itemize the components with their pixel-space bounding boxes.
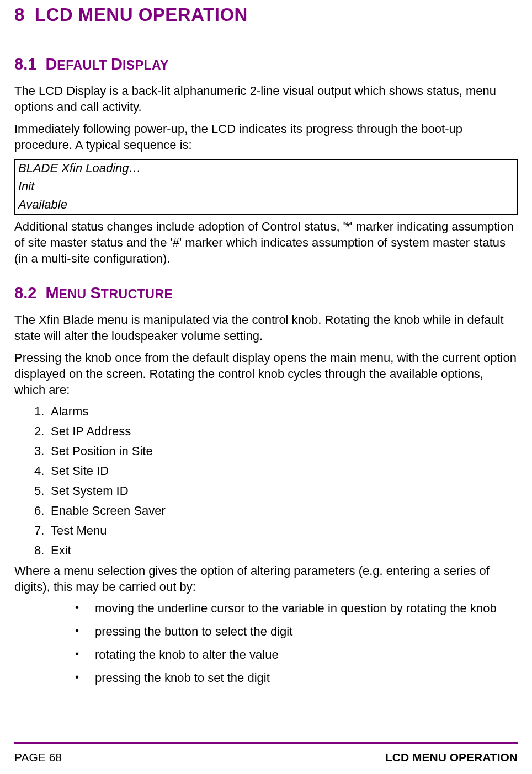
footer-title: LCD MENU OPERATION [385, 751, 518, 764]
section-title-rest1: EFAULT [57, 58, 111, 72]
table-cell: Available [15, 196, 518, 215]
list-item-text: Set System ID [51, 484, 129, 498]
list-item: pressing the button to select the digit [75, 624, 518, 639]
section-title-lead1: M [45, 284, 58, 302]
page-footer: PAGE 68 LCD MENU OPERATION [14, 751, 518, 764]
section-heading-8-2: 8.2 MENU STRUCTURE [14, 284, 518, 302]
list-item: 1.Alarms [34, 404, 518, 419]
boot-sequence-table: BLADE Xfin Loading… Init Available [14, 159, 518, 215]
list-item: 8.Exit [34, 543, 518, 558]
list-item-text: Alarms [51, 404, 88, 418]
procedure-bullets: moving the underline cursor to the varia… [75, 601, 518, 685]
list-item: rotating the knob to alter the value [75, 648, 518, 662]
list-item: 5.Set System ID [34, 484, 518, 498]
section-number: 8.1 [14, 55, 36, 73]
list-item: 6.Enable Screen Saver [34, 504, 518, 518]
list-item-text: Set Site ID [51, 464, 109, 478]
table-cell: Init [15, 178, 518, 196]
paragraph: The Xfin Blade menu is manipulated via t… [14, 312, 518, 344]
list-item: 4.Set Site ID [34, 464, 518, 478]
chapter-number: 8 [14, 4, 25, 25]
chapter-title: LCD MENU OPERATION [35, 4, 248, 25]
chapter-heading: 8LCD MENU OPERATION [14, 4, 518, 25]
page-number: PAGE 68 [14, 751, 62, 764]
table-cell: BLADE Xfin Loading… [15, 160, 518, 178]
list-item-text: Test Menu [51, 524, 107, 537]
paragraph: The LCD Display is a back-lit alphanumer… [14, 83, 518, 115]
list-item-text: Set IP Address [51, 424, 131, 438]
paragraph: Additional status changes include adopti… [14, 219, 518, 266]
section-number: 8.2 [14, 284, 36, 302]
list-item: moving the underline cursor to the varia… [75, 601, 518, 616]
section-title-rest2: TRUCTURE [101, 287, 173, 301]
list-item: 2.Set IP Address [34, 424, 518, 439]
section-title-rest2: ISPLAY [123, 58, 169, 72]
list-item: 7.Test Menu [34, 524, 518, 538]
section-heading-8-1: 8.1 DEFAULT DISPLAY [14, 55, 518, 73]
section-title-lead2: S [91, 284, 101, 302]
section-title-rest1: ENU [59, 287, 91, 301]
footer-rule [14, 742, 518, 744]
section-title-lead1: D [45, 55, 57, 73]
paragraph: Where a menu selection gives the option … [14, 563, 518, 595]
list-item-text: Exit [51, 543, 71, 557]
paragraph: Pressing the knob once from the default … [14, 350, 518, 398]
list-item: pressing the knob to set the digit [75, 671, 518, 685]
menu-options-list: 1.Alarms 2.Set IP Address 3.Set Position… [34, 404, 518, 558]
list-item-text: Set Position in Site [51, 444, 153, 458]
list-item: 3.Set Position in Site [34, 444, 518, 458]
section-title-lead2: D [111, 55, 123, 73]
paragraph: Immediately following power-up, the LCD … [14, 121, 518, 153]
list-item-text: Enable Screen Saver [51, 504, 166, 517]
